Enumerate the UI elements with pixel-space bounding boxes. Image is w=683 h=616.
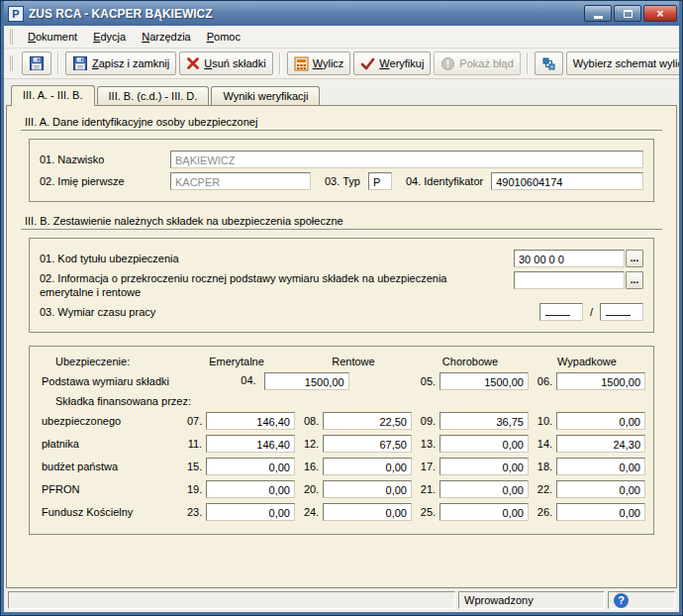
column-header-emerytalne: Emerytalne — [178, 356, 295, 367]
save-close-icon — [72, 55, 88, 71]
kod-tytulu-more-button[interactable]: ... — [626, 250, 643, 267]
wymiar-separator: / — [590, 306, 593, 318]
nazwisko-field[interactable]: BĄKIEWICZ — [170, 151, 643, 168]
wymiar-mianownik-field[interactable] — [600, 303, 643, 321]
field-number: 23. — [178, 503, 206, 521]
amount-field-25[interactable]: 0,00 — [439, 503, 529, 521]
field-number: 26. — [529, 503, 556, 521]
field-number: 10. — [529, 412, 556, 430]
amount-field-26[interactable]: 0,00 — [556, 503, 645, 521]
kod-tytulu-field[interactable]: 30 00 0 0 — [514, 250, 625, 267]
amount-field-15[interactable]: 0,00 — [206, 458, 295, 475]
section-a-title: III. A. Dane identyfikacyjne osoby ubezp… — [25, 116, 660, 128]
amount-field-04[interactable]: 1500,00 — [264, 372, 349, 390]
amount-field-23[interactable]: 0,00 — [206, 503, 295, 521]
amount-field-19[interactable]: 0,00 — [206, 480, 295, 498]
section-a-panel: 01. Nazwisko BĄKIEWICZ 02. Imię pierwsze… — [29, 139, 654, 202]
show-error-button: Pokaż błąd — [434, 51, 520, 75]
save-button[interactable] — [22, 51, 51, 75]
typ-label: 03. Typ — [325, 175, 360, 187]
amount-field-11[interactable]: 146,40 — [206, 435, 295, 453]
contributions-table: Ubezpieczenie: Emerytalne Rentowe Chorob… — [38, 351, 645, 526]
row-label: PFRON — [38, 480, 178, 498]
menu-dokument[interactable]: Dokument — [20, 28, 85, 46]
amount-field-05[interactable]: 1500,00 — [439, 372, 529, 390]
field-number: 16. — [295, 458, 323, 475]
field-number: 12. — [295, 435, 323, 453]
maximize-icon — [624, 10, 633, 18]
wymiar-licznik-field[interactable] — [539, 303, 583, 321]
amount-field-16[interactable]: 0,00 — [323, 458, 412, 475]
status-message-panel — [8, 591, 455, 609]
maximize-button[interactable] — [614, 5, 641, 22]
amount-field-08[interactable]: 22,50 — [323, 412, 412, 430]
calculate-button[interactable]: Wylicz — [287, 51, 351, 75]
field-number: 17. — [412, 458, 439, 475]
delete-contributions-label: Usuń składki — [204, 57, 265, 69]
column-header-wypadkowe: Wypadkowe — [529, 356, 645, 367]
save-and-close-button[interactable]: Zapisz i zamknij — [65, 51, 176, 75]
minimize-button[interactable] — [584, 5, 612, 22]
section-b-panel: 01. Kod tytułu ubezpieczenia 30 00 0 0 .… — [29, 238, 654, 333]
skladka-subheader: Składka finansowana przez: — [38, 395, 645, 407]
tab-iiia-iiib[interactable]: III. A. - III. B. — [11, 85, 95, 106]
amount-field-07[interactable]: 146,40 — [206, 412, 295, 430]
close-button[interactable]: × — [643, 5, 677, 22]
field-number: 11. — [178, 435, 206, 453]
choose-calculation-schema-button[interactable]: Wybierz schemat wyliczeń — [566, 51, 679, 75]
amount-field-13[interactable]: 0,00 — [439, 435, 529, 453]
typ-field[interactable]: P — [368, 172, 392, 190]
schema-icon-button[interactable] — [535, 51, 563, 75]
save-and-close-label: Zapisz i zamknij — [92, 57, 169, 69]
amount-field-17[interactable]: 0,00 — [439, 458, 529, 475]
amount-field-24[interactable]: 0,00 — [323, 503, 412, 521]
field-number: 13. — [412, 435, 439, 453]
table-row-platnika: płatnika 11. 146,40 12. 67,50 13. 0,00 1… — [38, 435, 645, 453]
menu-edycja[interactable]: Edycja — [85, 28, 134, 46]
title-bar: P ZUS RCA - KACPER BĄKIEWICZ × — [4, 1, 679, 26]
field-number: 07. — [178, 412, 206, 430]
verify-button[interactable]: Weryfikuj — [353, 51, 431, 75]
menu-grip — [10, 29, 14, 45]
help-icon[interactable]: ? — [614, 593, 629, 608]
toolbar-separator — [279, 52, 281, 74]
amount-field-22[interactable]: 0,00 — [556, 480, 645, 498]
empty-mask — [545, 315, 570, 316]
amount-field-21[interactable]: 0,00 — [439, 480, 529, 498]
column-header-row: Ubezpieczenie: Emerytalne Rentowe Chorob… — [38, 356, 645, 367]
amount-field-14[interactable]: 24,30 — [556, 435, 645, 453]
amount-field-10[interactable]: 0,00 — [556, 412, 645, 430]
menu-bar: Dokument Edycja Narzędzia Pomoc — [4, 26, 679, 49]
contributions-panel: Ubezpieczenie: Emerytalne Rentowe Chorob… — [29, 346, 654, 535]
tab-wyniki-weryfikacji[interactable]: Wyniki weryfikacji — [211, 86, 320, 105]
amount-field-18[interactable]: 0,00 — [556, 458, 645, 475]
field-number: 14. — [529, 435, 556, 453]
amount-field-06[interactable]: 1500,00 — [556, 372, 645, 390]
show-error-label: Pokaż błąd — [459, 57, 513, 69]
status-badge: Wprowadzony — [458, 591, 605, 609]
app-icon: P — [8, 6, 24, 22]
table-row-fundusz-koscielny: Fundusz Kościelny 23. 0,00 24. 0,00 25. … — [38, 503, 645, 521]
toolbar-separator — [57, 52, 59, 74]
delete-contributions-button[interactable]: Usuń składki — [179, 51, 272, 75]
field-number: 09. — [412, 412, 439, 430]
kod-tytulu-label: 01. Kod tytułu ubezpieczenia — [40, 253, 179, 264]
tab-iiib-cd-iiid[interactable]: III. B. (c.d.) - III. D. — [97, 86, 210, 105]
identyfikator-field[interactable]: 49010604174 — [491, 172, 643, 190]
amount-field-09[interactable]: 36,75 — [439, 412, 529, 430]
nazwisko-label: 01. Nazwisko — [40, 154, 170, 165]
field-number: 18. — [529, 458, 556, 475]
wymiar-czasu-label: 03. Wymiar czasu pracy — [40, 306, 155, 318]
amount-field-20[interactable]: 0,00 — [323, 480, 412, 498]
imie-field[interactable]: KACPER — [170, 172, 311, 190]
field-number: 25. — [412, 503, 439, 521]
menu-narzedzia[interactable]: Narzędzia — [134, 28, 199, 46]
field-number: 06. — [529, 372, 556, 390]
field-number: 04. — [241, 374, 259, 386]
amount-field-12[interactable]: 67,50 — [323, 435, 412, 453]
table-row-pfron: PFRON 19. 0,00 20. 0,00 21. 0,00 22. 0,0… — [38, 480, 645, 498]
menu-pomoc[interactable]: Pomoc — [199, 28, 248, 46]
informacja-field[interactable] — [514, 271, 625, 289]
window-title: ZUS RCA - KACPER BĄKIEWICZ — [29, 7, 584, 21]
informacja-more-button[interactable]: ... — [626, 271, 643, 289]
